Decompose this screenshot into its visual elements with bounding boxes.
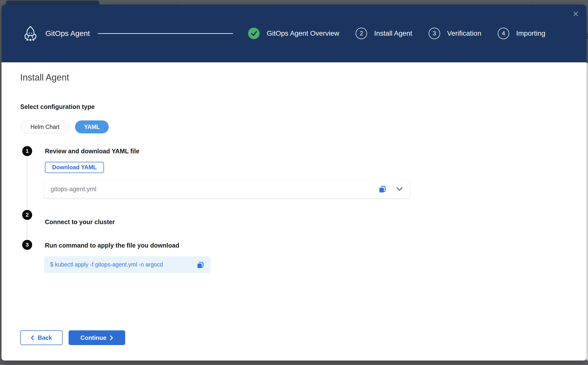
chevron-left-icon xyxy=(31,335,34,341)
gitops-agent-logo-icon xyxy=(22,25,38,41)
tab-divider xyxy=(532,1,532,4)
step-connector-line xyxy=(27,221,27,239)
yaml-file-accordion[interactable]: gitops-agent.yml xyxy=(44,180,409,198)
stepper-item-gitops-agent-overview[interactable]: GitOps Agent Overview xyxy=(248,28,339,39)
step-complete-check-icon xyxy=(248,28,260,39)
tab-divider xyxy=(264,1,264,4)
download-yaml-button[interactable]: Download YAML xyxy=(45,162,104,173)
kubectl-command-text: $ kubectl apply -f gitops-agent.yml -n a… xyxy=(50,261,163,268)
background-menu-icon xyxy=(587,34,588,38)
step-number-badge: 2 xyxy=(356,28,367,39)
stepper-label: GitOps Agent Overview xyxy=(267,29,339,37)
step-1-title: Review and download YAML file xyxy=(45,148,139,155)
stepper-label: Verification xyxy=(447,29,481,37)
config-type-label: Select configuration type xyxy=(20,103,95,110)
step-number-badge: 3 xyxy=(429,28,440,39)
copy-icon[interactable] xyxy=(378,184,387,193)
config-type-toggle: Helm Chart YAML xyxy=(20,120,109,133)
browser-tab-strip xyxy=(0,0,588,4)
back-button-label: Back xyxy=(38,334,52,341)
gitops-agent-wizard-modal: GitOps Agent GitOps Agent Overview 2 Ins… xyxy=(1,4,587,361)
step-2-number-badge: 2 xyxy=(22,210,32,220)
copy-icon[interactable] xyxy=(196,261,205,269)
tab-divider xyxy=(177,1,177,4)
stepper-item-importing[interactable]: 4 Importing xyxy=(498,28,545,39)
header-divider-line xyxy=(98,33,233,34)
chevron-down-icon[interactable] xyxy=(396,187,403,191)
step-1-number-badge: 1 xyxy=(22,146,32,156)
step-connector-line xyxy=(27,157,27,208)
page-title: Install Agent xyxy=(20,72,69,83)
back-button[interactable]: Back xyxy=(20,330,63,345)
stepper-label: Install Agent xyxy=(374,29,412,37)
wizard-title: GitOps Agent xyxy=(45,29,90,38)
wizard-stepper: GitOps Agent Overview 2 Install Agent 3 … xyxy=(248,28,545,39)
continue-button[interactable]: Continue xyxy=(69,330,125,345)
stepper-label: Importing xyxy=(516,29,545,37)
continue-button-label: Continue xyxy=(81,334,106,341)
yaml-file-name: gitops-agent.yml xyxy=(51,185,378,193)
step-3-number-badge: 3 xyxy=(22,240,32,250)
kubectl-command-box: $ kubectl apply -f gitops-agent.yml -n a… xyxy=(44,256,211,273)
stepper-item-install-agent[interactable]: 2 Install Agent xyxy=(356,28,412,39)
stepper-item-verification[interactable]: 3 Verification xyxy=(429,28,481,39)
active-browser-tab[interactable] xyxy=(6,0,99,4)
chevron-right-icon xyxy=(110,335,113,341)
config-option-helm-chart[interactable]: Helm Chart xyxy=(20,120,70,133)
step-3-title: Run command to apply the file you downlo… xyxy=(45,242,179,249)
close-icon[interactable]: ✕ xyxy=(572,10,579,18)
step-2-title: Connect to your cluster xyxy=(45,218,115,226)
config-option-yaml[interactable]: YAML xyxy=(75,120,109,133)
background-page-edge xyxy=(587,63,588,361)
tab-divider xyxy=(107,1,107,4)
wizard-header: GitOps Agent GitOps Agent Overview 2 Ins… xyxy=(1,4,587,62)
step-number-badge: 4 xyxy=(498,28,509,39)
